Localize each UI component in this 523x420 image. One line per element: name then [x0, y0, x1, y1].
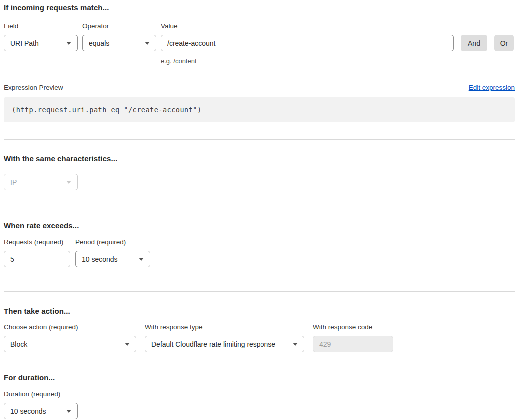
requests-label: Requests (required) [4, 238, 70, 247]
expression-preview-header: Expression Preview Edit expression [4, 84, 515, 91]
and-button[interactable]: And [461, 35, 487, 51]
value-column: Value e.g. /content [161, 22, 454, 65]
operator-label: Operator [82, 22, 156, 31]
characteristics-section-heading: With the same characteristics... [4, 154, 515, 163]
field-select-value: URI Path [10, 39, 39, 47]
action-select-value: Block [10, 340, 27, 348]
expression-preview-box: (http.request.uri.path eq "/create-accou… [4, 97, 515, 122]
section-divider [4, 139, 515, 140]
characteristics-section: With the same characteristics... IP [4, 154, 515, 190]
value-input[interactable] [161, 35, 454, 51]
response-code-column: With response code [313, 323, 393, 352]
response-code-label: With response code [313, 323, 393, 332]
chevron-down-icon [66, 410, 71, 413]
value-hint: e.g. /content [161, 57, 454, 65]
chevron-down-icon [145, 42, 150, 45]
value-label: Value [161, 22, 454, 31]
chevron-down-icon [66, 42, 71, 45]
duration-section-heading: For duration... [4, 373, 515, 382]
chevron-down-icon [293, 343, 298, 346]
section-divider [4, 291, 515, 292]
period-select-value: 10 seconds [82, 255, 118, 263]
operator-column: Operator equals [82, 22, 156, 51]
period-label: Period (required) [75, 238, 150, 247]
field-select[interactable]: URI Path [4, 35, 78, 51]
rate-section: When rate exceeds... Requests (required)… [4, 221, 515, 267]
section-divider [4, 207, 515, 207]
chevron-down-icon [139, 258, 144, 261]
characteristic-select: IP [4, 174, 78, 190]
expression-text: (http.request.uri.path eq "/create-accou… [12, 106, 202, 114]
chevron-down-icon [125, 343, 130, 346]
characteristic-select-value: IP [10, 178, 17, 186]
duration-select[interactable]: 10 seconds [4, 403, 78, 419]
action-row: Choose action (required) Block With resp… [4, 323, 515, 352]
period-select[interactable]: 10 seconds [75, 251, 150, 267]
action-section: Then take action... Choose action (requi… [4, 307, 515, 352]
rate-section-heading: When rate exceeds... [4, 221, 515, 230]
period-column: Period (required) 10 seconds [75, 238, 150, 267]
operator-select-value: equals [89, 39, 109, 47]
choose-action-label: Choose action (required) [4, 323, 136, 332]
edit-expression-link[interactable]: Edit expression [469, 84, 515, 91]
response-type-label: With response type [145, 323, 304, 332]
match-section-heading: If incoming requests match... [4, 3, 515, 12]
expression-preview-label: Expression Preview [4, 84, 63, 91]
chevron-down-icon [66, 181, 71, 184]
response-type-select-value: Default Cloudflare rate limiting respons… [151, 340, 275, 348]
duration-select-value: 10 seconds [10, 407, 46, 415]
field-column: Field URI Path [4, 22, 78, 51]
duration-label: Duration (required) [4, 390, 515, 399]
action-select[interactable]: Block [4, 336, 136, 352]
requests-column: Requests (required) [4, 238, 70, 267]
action-column: Choose action (required) Block [4, 323, 136, 352]
duration-section: For duration... Duration (required) 10 s… [4, 373, 515, 419]
response-code-input [313, 336, 393, 352]
or-button[interactable]: Or [494, 35, 514, 51]
operator-select[interactable]: equals [82, 35, 156, 51]
rate-row: Requests (required) Period (required) 10… [4, 238, 515, 267]
action-section-heading: Then take action... [4, 307, 515, 315]
match-condition-row: Field URI Path Operator equals Value e.g… [4, 22, 515, 65]
field-label: Field [4, 22, 78, 31]
requests-input[interactable] [4, 251, 70, 267]
logic-buttons: And Or [461, 22, 514, 51]
response-type-select[interactable]: Default Cloudflare rate limiting respons… [145, 336, 304, 352]
response-type-column: With response type Default Cloudflare ra… [145, 323, 304, 352]
match-section: If incoming requests match... Field URI … [4, 3, 515, 122]
